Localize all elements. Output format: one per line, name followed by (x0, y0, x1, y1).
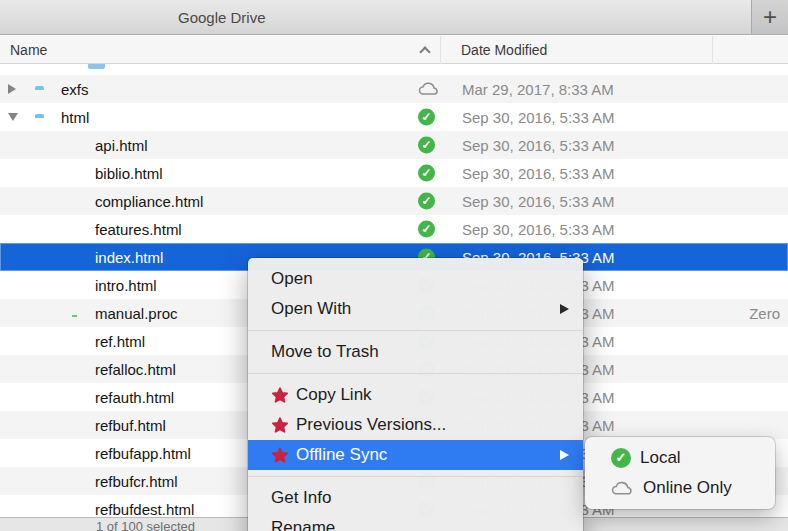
menu-item-label: Move to Trash (271, 342, 379, 362)
synced-check-badge (418, 137, 435, 154)
menu-item-previous-versions[interactable]: Previous Versions... (248, 410, 583, 440)
cloud-icon (418, 81, 440, 97)
star-icon (271, 416, 289, 434)
file-size: Zero (712, 305, 780, 322)
column-header-row: Name Date Modified (0, 36, 788, 64)
menu-item-label: Open (271, 269, 313, 289)
local-check-icon (611, 448, 631, 468)
file-row-biblio-html[interactable]: biblio.html Sep 30, 2016, 5:33 AM (0, 159, 788, 187)
plus-icon: + (763, 5, 777, 29)
file-name: refbufapp.html (95, 445, 191, 462)
file-date: Sep 30, 2016, 5:33 AM (462, 165, 615, 182)
column-header-date-modified[interactable]: Date Modified (461, 42, 547, 58)
submenu-arrow-icon (560, 304, 569, 314)
file-name: refbuf.html (95, 417, 166, 434)
menu-item-offline-sync[interactable]: Offline Sync (248, 440, 583, 470)
submenu-arrow-icon (560, 450, 569, 460)
clipped-row (0, 64, 788, 75)
file-name: index.html (95, 249, 163, 266)
disclosure-icon[interactable] (8, 113, 18, 121)
star-icon (271, 416, 289, 434)
file-name: api.html (95, 137, 148, 154)
menu-separator (248, 476, 583, 477)
menu-item-label: Open With (271, 299, 351, 319)
menu-item-open-with[interactable]: Open With (248, 294, 583, 324)
offline-sync-submenu: Local Online Only (585, 437, 775, 509)
selection-count: 1 of 100 selected (96, 519, 195, 531)
file-name: manual.proc (95, 305, 178, 322)
star-icon (271, 446, 289, 464)
submenu-item-label: Local (640, 448, 681, 468)
file-name: ref.html (95, 333, 145, 350)
file-name: exfs (61, 81, 89, 98)
cloud-badge (418, 81, 440, 97)
file-name: features.html (95, 221, 182, 238)
file-date: Mar 29, 2017, 8:33 AM (462, 81, 614, 98)
sort-ascending-icon (419, 46, 430, 57)
menu-item-label: Copy Link (296, 385, 372, 405)
column-divider[interactable] (712, 36, 713, 64)
file-name: intro.html (95, 277, 157, 294)
file-row-api-html[interactable]: api.html Sep 30, 2016, 5:33 AM (0, 131, 788, 159)
synced-check-badge (418, 109, 435, 126)
menu-item-rename[interactable]: Rename (248, 513, 583, 531)
folder-icon-sliver (88, 64, 105, 69)
column-divider[interactable] (440, 36, 441, 64)
menu-item-get-info[interactable]: Get Info (248, 483, 583, 513)
file-name: biblio.html (95, 165, 163, 182)
file-date: Sep 30, 2016, 5:33 AM (462, 193, 615, 210)
menu-item-label: Get Info (271, 488, 331, 508)
submenu-item-label: Online Only (643, 478, 732, 498)
file-name: refauth.html (95, 389, 174, 406)
file-row-features-html[interactable]: features.html Sep 30, 2016, 5:33 AM (0, 215, 788, 243)
synced-check-badge (418, 193, 435, 210)
menu-item-move-to-trash[interactable]: Move to Trash (248, 337, 583, 367)
column-header-name[interactable]: Name (10, 42, 47, 58)
star-icon (271, 446, 289, 464)
file-date: Sep 30, 2016, 5:33 AM (462, 137, 615, 154)
file-name: compliance.html (95, 193, 203, 210)
title-bar: Google Drive + (0, 0, 788, 35)
synced-check-badge (418, 221, 435, 238)
context-menu: Open Open With Move to Trash Copy Link P… (248, 258, 583, 531)
disclosure-icon[interactable] (8, 84, 16, 94)
finder-window: { "window": { "title": "Google Drive", "… (0, 0, 788, 531)
menu-item-label: Rename (271, 518, 335, 531)
star-icon (271, 386, 289, 404)
file-date: Sep 30, 2016, 5:33 AM (462, 109, 615, 126)
star-icon (271, 386, 289, 404)
submenu-item-local[interactable]: Local (585, 443, 775, 473)
file-row-html[interactable]: html Sep 30, 2016, 5:33 AM (0, 103, 788, 131)
file-name: refbufdest.html (95, 501, 194, 518)
menu-separator (248, 330, 583, 331)
window-title: Google Drive (178, 9, 266, 26)
menu-item-open[interactable]: Open (248, 264, 583, 294)
file-date: Sep 30, 2016, 5:33 AM (462, 221, 615, 238)
file-name: refalloc.html (95, 361, 176, 378)
menu-item-label: Previous Versions... (296, 415, 446, 435)
file-row-exfs[interactable]: exfs Mar 29, 2017, 8:33 AM (0, 75, 788, 103)
add-button[interactable]: + (751, 0, 788, 34)
synced-check-badge (418, 165, 435, 182)
cloud-icon (611, 480, 634, 497)
file-row-compliance-html[interactable]: compliance.html Sep 30, 2016, 5:33 AM (0, 187, 788, 215)
submenu-item-online-only[interactable]: Online Only (585, 473, 775, 503)
menu-item-copy-link[interactable]: Copy Link (248, 380, 583, 410)
menu-item-label: Offline Sync (296, 445, 387, 465)
file-name: refbufcr.html (95, 473, 178, 490)
cloud-icon (611, 480, 634, 497)
menu-separator (248, 373, 583, 374)
file-name: html (61, 109, 89, 126)
